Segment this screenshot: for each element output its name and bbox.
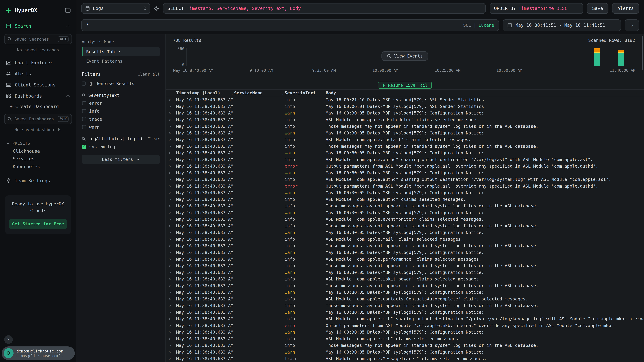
row-expand-icon[interactable]: > [166,131,176,135]
row-expand-icon[interactable]: > [166,230,176,235]
facet-option-error[interactable]: error [82,101,160,106]
row-expand-icon[interactable]: > [166,284,176,288]
facet-checkbox[interactable] [82,109,86,113]
sidebar-item-dashboards[interactable]: Dashboards [0,90,76,102]
facet-checkbox[interactable] [82,117,86,121]
sidebar-collapse-icon[interactable] [65,8,71,13]
facet-name[interactable]: LogAttributes['log.file.nam [88,136,145,141]
presets-header[interactable]: PRESETS [0,137,76,147]
log-row[interactable]: >May 16 11:38:40.683 AMinfoASL Module "c… [166,256,644,263]
save-button[interactable]: Save [587,3,608,14]
log-row[interactable]: >May 16 11:38:40.683 AMwarnMay 16 00:30:… [166,309,644,316]
row-expand-icon[interactable]: > [166,98,176,102]
row-expand-icon[interactable]: > [166,357,176,361]
log-row[interactable]: >May 16 11:38:40.683 AMwarnMay 16 00:30:… [166,209,644,216]
row-expand-icon[interactable]: > [166,124,176,128]
col-severitytext[interactable]: ⋮SeverityText [284,90,326,95]
row-expand-icon[interactable]: > [166,310,176,314]
row-expand-icon[interactable]: > [166,337,176,341]
log-row[interactable]: >May 16 11:38:40.683 AMwarnMay 16 00:30:… [166,110,644,116]
row-expand-icon[interactable]: > [166,343,176,348]
chevron-up-icon[interactable] [66,94,70,98]
run-query-button[interactable]: ▷ [625,19,639,31]
log-row[interactable]: >May 16 11:38:40.683 AMwarnMay 16 00:30:… [166,289,644,296]
log-row[interactable]: >May 16 11:38:40.683 AMwarnMay 16 00:30:… [166,349,644,356]
log-row[interactable]: >May 16 11:38:40.683 AMtraceASL Module "… [166,355,644,362]
log-row[interactable]: >May 16 11:38:40.683 AMwarnMay 16 00:30:… [166,229,644,236]
facet-option-warn[interactable]: warn [82,125,160,130]
sidebar-item-chart-explorer[interactable]: Chart Explorer [0,57,76,68]
row-expand-icon[interactable]: > [166,323,176,328]
log-row[interactable]: >May 16 11:38:40.683 AMinfoThose message… [166,282,644,289]
log-row[interactable]: >May 16 11:38:40.683 AMinfoThose message… [166,123,644,130]
row-expand-icon[interactable]: > [166,151,176,155]
row-expand-icon[interactable]: > [166,290,176,295]
log-row[interactable]: >May 16 11:38:40.683 AMinfoThose message… [166,203,644,209]
sidebar-item-search[interactable]: Search [0,20,76,32]
row-expand-icon[interactable]: > [166,104,176,109]
resume-live-tail-button[interactable]: Resume Live Tail [378,82,432,89]
log-row[interactable]: >May 16 11:38:40.683 AMinfoThose message… [166,223,644,229]
row-expand-icon[interactable]: > [166,137,176,142]
log-row[interactable]: >May 16 11:38:40.683 AMwarnMay 16 00:30:… [166,329,644,336]
row-expand-icon[interactable]: > [166,350,176,354]
row-expand-icon[interactable]: > [166,191,176,195]
log-row[interactable]: >May 16 11:38:40.683 AMerrorOutput param… [166,183,644,189]
row-expand-icon[interactable]: > [166,297,176,301]
facet-option-info[interactable]: info [82,109,160,114]
row-expand-icon[interactable]: > [166,257,176,261]
row-expand-icon[interactable]: > [166,204,176,208]
row-expand-icon[interactable]: > [166,224,176,228]
log-row[interactable]: >May 16 11:38:40.683 AMinfoThose message… [166,143,644,150]
row-expand-icon[interactable]: > [166,184,176,188]
histogram-bar[interactable] [594,48,600,66]
facet-name[interactable]: SeverityText [88,93,160,98]
create-dashboard-button[interactable]: + Create Dashboard [0,101,76,111]
facet-checkbox[interactable] [82,145,86,149]
clear-all-link[interactable]: Clear all [138,72,160,76]
row-expand-icon[interactable]: > [166,264,176,268]
row-expand-icon[interactable]: > [166,118,176,122]
scrollbar-thumb[interactable] [642,36,643,70]
alerts-button[interactable]: Alerts [612,3,639,14]
row-expand-icon[interactable]: > [166,111,176,115]
row-expand-icon[interactable]: > [166,277,176,281]
log-row[interactable]: >May 16 11:38:40.683 AMinfoASL Module "c… [166,116,644,123]
row-expand-icon[interactable]: > [166,164,176,168]
view-events-button[interactable]: View Events [382,51,428,61]
sidebar-item-alerts[interactable]: Alerts [0,68,76,79]
row-expand-icon[interactable]: > [166,144,176,148]
row-expand-icon[interactable]: > [166,303,176,308]
log-row[interactable]: >May 16 11:38:40.683 AMinfoASL Module "c… [166,196,644,203]
mode-results-table[interactable]: Results Table [82,47,160,56]
row-expand-icon[interactable]: > [166,157,176,162]
row-expand-icon[interactable]: > [166,217,176,221]
chevron-up-icon[interactable] [66,24,70,28]
saved-searches-input[interactable]: Saved Searches ⌘ K [4,34,72,44]
time-range-picker[interactable]: May 16 08:41:51 - May 16 11:41:51 [503,19,621,31]
row-expand-icon[interactable]: > [166,177,176,182]
histogram-bar[interactable] [618,50,624,65]
lang-toggle-sql[interactable]: SQL [463,23,471,28]
log-row[interactable]: >May 16 11:38:40.683 AMinfoASL Module "c… [166,156,644,163]
log-row[interactable]: >May 16 11:38:40.683 AMinfoASL Module "c… [166,136,644,143]
log-row[interactable]: >May 16 11:38:40.683 AMinfoThose message… [166,342,644,349]
log-row[interactable]: >May 16 11:38:40.683 AMinfoMay 16 00:06:… [166,103,644,110]
log-row[interactable]: >May 16 11:38:40.683 AMwarnMay 16 00:30:… [166,189,644,196]
log-row[interactable]: >May 16 11:38:40.683 AMinfoASL Module "c… [166,336,644,342]
log-row[interactable]: >May 16 11:38:40.683 AMinfoThose message… [166,262,644,269]
log-row[interactable]: >May 16 11:38:40.683 AMwarnMay 16 00:30:… [166,169,644,176]
col-resize-handle-icon[interactable]: ⋮ [230,91,234,95]
log-row[interactable]: >May 16 11:38:40.683 AMinfoASL Module "c… [166,236,644,243]
search-query-input[interactable]: * SQL | Lucene [81,19,499,31]
select-columns-input[interactable]: SELECT Timestamp, ServiceName, SeverityT… [163,3,486,14]
order-by-input[interactable]: ORDER BY TimestampTime DESC [490,3,583,14]
row-expand-icon[interactable]: > [166,317,176,321]
log-row[interactable]: >May 16 11:38:40.683 AMinfoASL Module "c… [166,296,644,302]
saved-dashboards-input[interactable]: Saved Dashboards ⌘ K [4,114,72,124]
facet-clear-link[interactable]: Clear [148,136,160,141]
log-row[interactable]: >May 16 11:38:40.683 AMwarnMay 16 00:30:… [166,150,644,156]
row-expand-icon[interactable]: > [166,197,176,202]
log-row[interactable]: >May 16 11:38:40.683 AMerrorOutput param… [166,163,644,170]
row-expand-icon[interactable]: > [166,171,176,175]
